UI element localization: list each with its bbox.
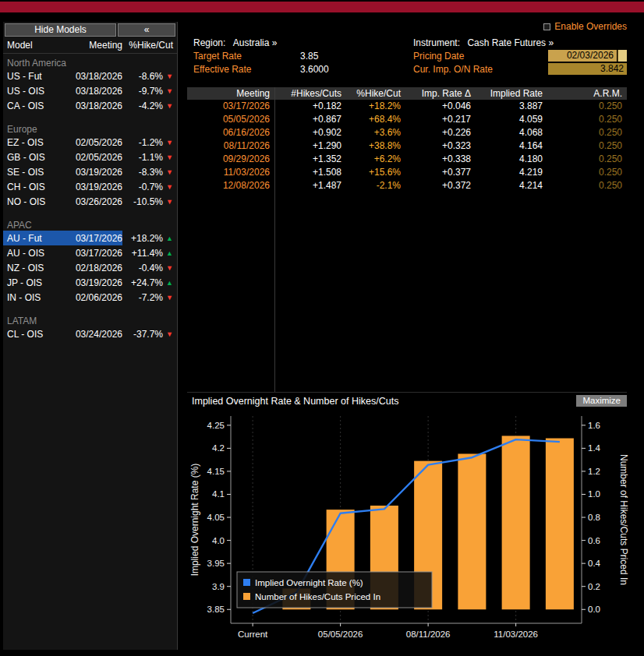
meeting-cell: 03/17/2026 [57,233,122,244]
table-cell: 4.068 [476,126,547,139]
model-row-se-ois[interactable]: SE - OIS03/19/2026-8.3%▼ [3,164,177,179]
region-value-link[interactable]: Australia » [233,37,278,48]
meeting-cell: 03/19/2026 [57,277,122,288]
chart-header: Implied Overnight Rate & Number of Hikes… [192,394,627,407]
meeting-cell: 02/05/2026 [57,152,122,163]
svg-text:Implied Overnight Rate (%): Implied Overnight Rate (%) [189,464,200,577]
meeting-cell: 03/19/2026 [57,182,122,192]
down-arrow-icon: ▼ [165,139,173,146]
model-cell: GB - OIS [7,152,57,163]
model-row-ez-ois[interactable]: EZ - OIS02/05/2026-1.2%▼ [3,135,177,150]
table-cell: 03/17/2026 [187,100,274,113]
model-cell: AU - OIS [7,248,57,259]
model-row-in-ois[interactable]: IN - OIS02/06/2026-7.2%▼ [3,290,177,305]
svg-text:Implied Overnight Rate (%): Implied Overnight Rate (%) [255,578,363,587]
model-row-us-fut[interactable]: US - Fut03/18/2026-8.6%▼ [3,69,177,83]
instrument-value-link[interactable]: Cash Rate Futures » [467,37,554,48]
table-cell: +0.867 [274,113,346,126]
svg-text:4.2: 4.2 [212,443,225,453]
region-group-label: North America [3,56,177,69]
cur-imp-rate-value[interactable]: 3.842 [548,63,627,75]
svg-text:1.2: 1.2 [588,467,600,476]
svg-text:0.6: 0.6 [588,536,600,545]
table-cell: +68.4% [346,113,405,126]
meeting-cell: 03/19/2026 [57,167,122,178]
model-row-nz-ois[interactable]: NZ - OIS02/18/2026-0.4%▼ [3,260,177,275]
table-cell: +15.6% [346,166,405,179]
table-row[interactable]: 09/29/2026+1.352+6.2%+0.3384.1800.250 [187,153,627,166]
meeting-cell: 03/18/2026 [57,71,122,82]
svg-text:3.95: 3.95 [207,559,225,568]
table-bottom-border [187,392,627,393]
model-row-ca-ois[interactable]: CA - OIS03/18/2026-4.2%▼ [3,98,177,113]
model-cell: US - Fut [7,71,57,82]
collapse-sidebar-button[interactable]: « [118,23,175,37]
rates-chart: 3.853.93.954.04.054.14.154.24.250.00.20.… [187,410,639,656]
svg-text:Number of Hikes/Cuts Priced In: Number of Hikes/Cuts Priced In [618,454,629,585]
down-arrow-icon: ▼ [165,102,173,110]
table-cell: +0.323 [405,139,476,153]
down-arrow-icon: ▼ [165,198,173,206]
model-row-au-ois[interactable]: AU - OIS03/17/2026+11.4%▲ [3,245,177,260]
table-cell: +6.2% [346,153,405,166]
meeting-cell: 02/18/2026 [57,263,122,273]
table-row[interactable]: 11/03/2026+1.508+15.6%+0.3774.2190.250 [187,166,627,179]
model-cell: SE - OIS [7,167,57,178]
model-row-us-ois[interactable]: US - OIS03/18/2026-9.7%▼ [3,83,177,98]
table-cell: 0.250 [547,113,627,126]
svg-text:4.0: 4.0 [212,536,225,545]
pricing-date-calendar-button[interactable] [617,50,627,62]
model-row-gb-ois[interactable]: GB - OIS02/05/2026-1.1%▼ [3,150,177,164]
enable-overrides[interactable]: Enable Overrides [543,21,627,32]
pct-cell: -1.2% [122,137,163,148]
pct-cell: -0.7% [122,182,163,192]
table-row[interactable]: 03/17/2026+0.182+18.2%+0.0463.8870.250 [187,100,627,113]
model-row-ch-ois[interactable]: CH - OIS03/19/2026-0.7%▼ [3,179,177,194]
pct-cell: -7.2% [122,292,163,303]
table-row[interactable]: 06/16/2026+0.902+3.6%+0.2264.0680.250 [187,126,627,139]
hide-models-button[interactable]: Hide Models [5,23,116,37]
table-cell: +0.226 [405,126,476,139]
table-cell: 0.250 [547,153,627,166]
meeting-cell: 03/18/2026 [57,101,122,111]
sidebar-list: North AmericaUS - Fut03/18/2026-8.6%▼US … [3,56,177,341]
table-cell: 0.250 [547,179,627,192]
table-cell: +3.6% [346,126,405,139]
table-row[interactable]: 08/11/2026+1.290+38.8%+0.3234.1640.250 [187,139,627,153]
table-column-divider [274,87,275,392]
model-row-jp-ois[interactable]: JP - OIS03/19/2026+24.7%▲ [3,275,177,290]
model-cell: CL - OIS [7,329,57,340]
pricing-date-label: Pricing Date [413,51,464,62]
svg-text:4.15: 4.15 [207,467,225,476]
column-header-meeting: Meeting [57,40,122,51]
down-arrow-icon: ▼ [165,153,173,161]
column-header-model: Model [7,40,57,51]
pricing-date-input[interactable]: 02/03/2026 [548,50,617,62]
rate-probability-screen: Hide Models « Model Meeting %Hike/Cut No… [0,0,644,656]
table-cell: +0.372 [405,179,476,192]
enable-overrides-checkbox[interactable] [543,23,550,30]
table-row[interactable]: 12/08/2026+1.487-2.1%+0.3724.2140.250 [187,179,627,192]
model-row-cl-ois[interactable]: CL - OIS03/24/2026-37.7%▼ [3,326,177,341]
model-cell: US - OIS [7,86,57,97]
model-cell: AU - Fut [7,233,57,244]
table-cell: +0.902 [274,126,346,139]
pct-cell: -9.7% [122,86,163,97]
table-cell: 05/05/2026 [187,113,274,126]
model-row-au-fut[interactable]: AU - Fut03/17/2026+18.2%▲ [3,231,177,245]
effective-rate-value: 3.6000 [300,64,329,75]
table-cell: +38.8% [346,139,405,153]
svg-text:05/05/2026: 05/05/2026 [318,630,363,639]
table-cell: 06/16/2026 [187,126,274,139]
pct-cell: -0.4% [122,263,163,273]
table-row[interactable]: 05/05/2026+0.867+68.4%+0.2174.0590.250 [187,113,627,126]
up-arrow-icon: ▲ [165,249,173,257]
model-row-no-ois[interactable]: NO - OIS03/26/2026-10.5%▼ [3,194,177,209]
instrument-field: Instrument: Cash Rate Futures » [413,37,554,48]
pct-cell: -10.5% [122,196,163,207]
table-cell: 0.250 [547,139,627,153]
enable-overrides-label: Enable Overrides [554,21,627,32]
model-cell: JP - OIS [7,277,57,288]
maximize-button[interactable]: Maximize [576,395,627,407]
pct-cell: -8.3% [122,167,163,178]
